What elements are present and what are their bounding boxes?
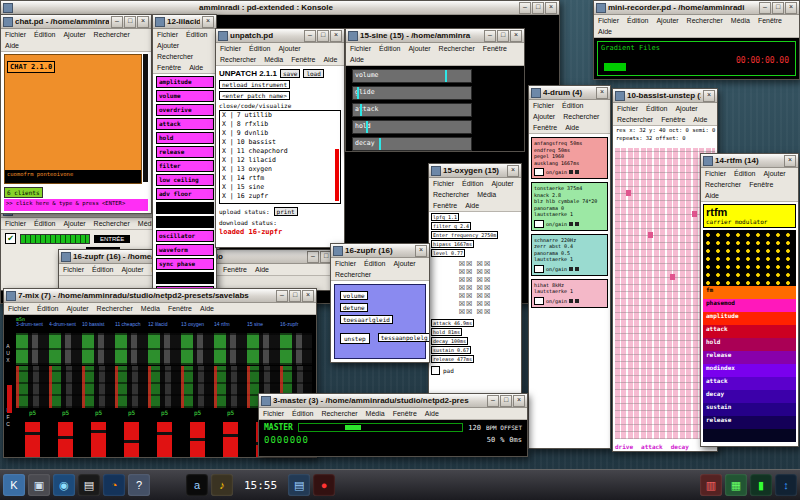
menu-item[interactable]: Édition — [623, 15, 652, 26]
chat-scrollbar[interactable] — [143, 54, 148, 182]
fader-knob[interactable] — [157, 432, 172, 435]
slider-handle[interactable] — [366, 121, 368, 133]
rtfm-param[interactable]: decay — [703, 390, 796, 403]
menu-item[interactable]: Édition — [288, 408, 317, 419]
menu-item[interactable]: Rechercher — [559, 111, 603, 122]
menu-item[interactable]: Aide — [1, 40, 23, 51]
maximize-button[interactable]: □ — [317, 30, 329, 42]
menu-item[interactable]: Média — [137, 303, 164, 314]
menu-item[interactable]: Aide — [461, 200, 483, 211]
param-box[interactable]: hold — [156, 132, 214, 144]
menu-item[interactable]: Média — [473, 189, 500, 200]
menu-item[interactable]: Édition — [458, 178, 487, 189]
param-box[interactable]: volume — [156, 90, 214, 102]
menu-item[interactable]: Média — [727, 15, 754, 26]
menu-item[interactable]: Fenêtre — [479, 43, 511, 54]
close-button[interactable]: × — [330, 30, 342, 42]
taskbar-app-icon[interactable]: a — [186, 474, 208, 496]
fader-bar[interactable] — [190, 422, 205, 457]
rtfm-param[interactable]: attack — [703, 325, 796, 338]
menu-item[interactable]: Ajouter — [62, 303, 92, 314]
titlebar[interactable]: 10-bassist-unstep (10 bassist) × — [613, 89, 717, 103]
pad-checkbox[interactable] — [431, 366, 440, 375]
menu-item[interactable]: Ajouter — [117, 264, 147, 275]
titlebar[interactable]: 3-master (3) - /home/amminradu/studio/ne… — [259, 394, 527, 408]
param-box[interactable]: detune — [340, 303, 368, 312]
menu-item[interactable]: Fenêtre — [657, 114, 689, 125]
menu-item[interactable]: Édition — [360, 258, 389, 269]
fader-knob[interactable] — [223, 434, 238, 437]
param-box[interactable] — [156, 216, 214, 228]
menu-item[interactable]: Aide — [689, 114, 711, 125]
rtfm-param[interactable]: release — [703, 416, 796, 429]
channel-preset-label[interactable]: p5 — [214, 409, 247, 416]
channel-preset-label[interactable]: p5 — [82, 409, 115, 416]
menu-item[interactable]: Ajouter — [759, 168, 789, 179]
taskbar-launcher-icon[interactable]: ◔ — [103, 474, 125, 496]
number-atom[interactable]: sustain 0.67 — [431, 346, 471, 354]
menu-item[interactable]: Fichier — [594, 15, 623, 26]
close-button[interactable]: × — [510, 30, 522, 42]
param-label[interactable]: decay — [671, 443, 689, 450]
instrument-checkbox[interactable]: X | — [222, 147, 234, 155]
menu-item[interactable]: Ajouter — [529, 111, 559, 122]
number-atom[interactable]: release 477ms — [431, 355, 474, 363]
menu-item[interactable]: Aide — [561, 122, 583, 133]
rtfm-param[interactable]: attack — [703, 377, 796, 390]
menu-item[interactable]: Fenêtre — [754, 15, 786, 26]
titlebar[interactable]: 12-lilacid (12) × — [153, 15, 216, 29]
fader-bar[interactable] — [124, 422, 139, 457]
active-step-cell[interactable] — [626, 190, 631, 196]
channel-preset-label[interactable]: p5 — [16, 409, 49, 416]
menu-item[interactable]: Fichier — [429, 178, 458, 189]
param-slider[interactable]: volume — [352, 69, 472, 83]
close-button[interactable]: × — [202, 16, 214, 28]
close-button[interactable]: × — [703, 90, 715, 102]
rtfm-param[interactable]: amplitude — [703, 312, 796, 325]
param-box[interactable]: release — [156, 146, 214, 158]
number-atom[interactable]: hold 81ms — [431, 328, 462, 336]
menu-item[interactable]: Fichier — [613, 103, 642, 114]
param-box[interactable]: overdrive — [156, 104, 214, 116]
instrument-row[interactable]: X |12 lilacid — [220, 156, 340, 165]
fader-bar[interactable] — [91, 422, 106, 457]
maximize-button[interactable]: □ — [772, 2, 784, 14]
instrument-row[interactable]: X |16 zupfr — [220, 192, 340, 201]
param-box[interactable]: filter — [156, 160, 214, 172]
rtfm-param[interactable]: phasemod — [703, 299, 796, 312]
recorder-file-label[interactable]: Gradient Files — [598, 42, 795, 54]
toggle-grid-row[interactable]: ☒☒ ☒☒ — [429, 292, 521, 300]
slider-handle[interactable] — [445, 70, 447, 82]
chat-input[interactable]: >> click here & type & press <ENTER> — [4, 199, 148, 211]
maximize-button[interactable]: □ — [497, 30, 509, 42]
menu-item[interactable]: Aide — [701, 190, 723, 201]
menu-item[interactable]: Édition — [558, 100, 587, 111]
toggle-grid-row[interactable]: ☒☒ ☒☒ — [429, 300, 521, 308]
netload-box[interactable]: netload instrument — [219, 80, 290, 89]
menu-item[interactable]: Édition — [33, 303, 62, 314]
param-slider[interactable]: glide — [352, 86, 472, 100]
drum-param-lines[interactable]: anfangsfreq 50ms endfreq 50ms pegel 1960… — [534, 140, 605, 166]
gain-step-box[interactable] — [569, 222, 573, 226]
send-toggle-matrix[interactable] — [16, 333, 312, 365]
tray-status-icon[interactable]: ↕ — [775, 474, 797, 496]
load-button[interactable]: load — [303, 69, 323, 78]
taskbar-launcher-icon[interactable]: ▤ — [78, 474, 100, 496]
fader-knob[interactable] — [58, 436, 73, 439]
close-button[interactable]: × — [785, 2, 797, 14]
close-button[interactable]: × — [302, 290, 314, 302]
fader-knob[interactable] — [124, 440, 139, 443]
maximize-button[interactable]: □ — [500, 395, 512, 407]
instrument-checkbox[interactable]: X | — [222, 183, 234, 191]
toggle-grid-row[interactable]: ☒☒ ☒☒ — [429, 284, 521, 292]
menu-item[interactable]: Ajouter — [404, 43, 434, 54]
channel-preset-label[interactable]: p5 — [49, 409, 82, 416]
menu-item[interactable]: Aide — [346, 54, 368, 65]
menu-item[interactable]: Ajouter — [671, 103, 701, 114]
menu-item[interactable]: Fenêtre — [429, 200, 461, 211]
channel-fader[interactable] — [16, 416, 49, 457]
gain-step-box[interactable] — [569, 170, 573, 174]
active-step-cell[interactable] — [692, 211, 697, 217]
param-label[interactable]: drive — [615, 443, 633, 450]
menu-item[interactable]: Fichier — [216, 43, 245, 54]
